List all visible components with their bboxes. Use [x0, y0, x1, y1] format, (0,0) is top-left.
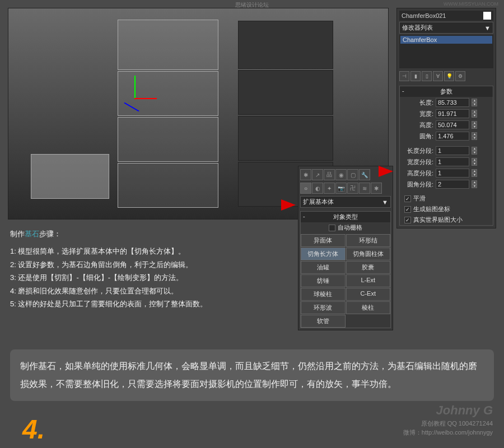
instr-line-3: 3: 还是使用【切割】-【细化】-【绘制变形】的方法。 [10, 271, 290, 284]
autogrid-checkbox[interactable] [329, 225, 335, 231]
spin-up-icon[interactable]: ▴ [472, 99, 477, 102]
instr-line-1: 1: 模型很简单，选择扩展基本体中的【切角长方体】。 [10, 245, 290, 258]
parameters-rollout: 参数 长度:85.733▴▾ 宽度:91.971▴▾ 高度:50.074▴▾ 圆… [399, 86, 493, 226]
instr-line-2: 2: 设置好参数，为基石边角留出倒角，利于之后的编辑。 [10, 258, 290, 271]
lightbulb-icon[interactable]: 💡 [444, 71, 454, 81]
modifier-toolbar: ⊣ ▮ ▯ ∀ 💡 ⚙ [399, 70, 493, 82]
modify-panel: ChamferBox021 修改器列表 ▼ ChamferBox ⊣ ▮ ▯ ∀… [396, 8, 496, 228]
obj-btn-torusknot[interactable]: 环形结 [346, 234, 391, 247]
obj-btn-capsule[interactable]: 胶囊 [346, 261, 391, 274]
author-qq: 原创教程 QQ 1004271244 [403, 419, 493, 428]
obj-btn-chamfercyl[interactable]: 切角圆柱体 [346, 248, 391, 260]
instr-title-post: 步骤： [39, 230, 61, 238]
modifier-item[interactable]: ChamferBox [400, 36, 492, 44]
summary-box: 制作基石，如果单纯的使用标准几何体，会略显单调，而且缺乏细节，仍然沿用之前的方法… [10, 349, 494, 401]
red-arrow-icon [281, 199, 296, 211]
geometry-cat-icon[interactable]: ○ [300, 183, 311, 194]
obj-btn-hose[interactable]: 软管 [301, 315, 346, 328]
instr-title-pre: 制作 [10, 230, 25, 238]
width-segs-spinner[interactable]: 1 [436, 157, 469, 166]
helpers-cat-icon[interactable]: 卍 [347, 183, 358, 194]
obj-btn-spindle[interactable]: 纺锤 [301, 274, 346, 287]
red-arrow-icon [379, 166, 393, 177]
fillet-segs-spinner[interactable]: 2 [436, 180, 469, 189]
instr-title-highlight: 基石 [25, 230, 39, 238]
display-tab-icon[interactable]: ▢ [347, 169, 358, 180]
autogrid-label: 自动栅格 [338, 223, 362, 232]
height-segs-label: 高度分段: [403, 169, 433, 178]
length-spinner[interactable]: 85.733 [436, 98, 469, 107]
fillet-segs-label: 圆角分段: [403, 180, 433, 189]
length-segs-label: 长度分段: [403, 147, 433, 155]
obj-btn-cext[interactable]: C-Ext [346, 288, 391, 301]
lights-cat-icon[interactable]: ✦ [324, 183, 335, 194]
cameras-cat-icon[interactable]: 📷 [335, 183, 347, 194]
rollout-header-params[interactable]: 参数 [400, 86, 493, 97]
length-label: 长度: [403, 99, 433, 107]
object-type-rollout: 对象类型 自动栅格 异面体 环形结 切角长方体 切角圆柱体 油罐 胶囊 纺锤 L… [300, 211, 391, 328]
step-number: 4. [22, 414, 45, 445]
hierarchy-tab-icon[interactable]: 品 [324, 169, 335, 180]
object-type-header[interactable]: 对象类型 [301, 212, 390, 222]
systems-cat-icon[interactable]: ✱ [371, 183, 382, 194]
obj-btn-chamferbox[interactable]: 切角长方体 [301, 248, 346, 260]
make-unique-icon[interactable]: ▯ [422, 71, 432, 81]
height-spinner[interactable]: 50.074 [436, 120, 469, 129]
shapes-cat-icon[interactable]: ◐ [312, 183, 323, 194]
modify-tab-icon[interactable]: ↗ [312, 169, 323, 180]
primitive-category-dropdown[interactable]: 扩展基本体 ▼ [300, 196, 391, 208]
obj-btn-gengon[interactable]: 球棱柱 [301, 288, 346, 301]
height-segs-spinner[interactable]: 1 [436, 169, 469, 178]
real-world-label: 真实世界贴图大小 [413, 216, 463, 224]
create-tab-icon[interactable]: ✱ [300, 169, 311, 180]
summary-text: 制作基石，如果单纯的使用标准几何体，会略显单调，而且缺乏细节，仍然沿用之前的方法… [20, 361, 477, 389]
object-name-field[interactable]: ChamferBox021 [399, 11, 493, 21]
obj-btn-oiltank[interactable]: 油罐 [301, 261, 346, 274]
width-spinner[interactable]: 91.971 [436, 109, 469, 118]
smooth-checkbox[interactable]: ✓ [404, 195, 411, 202]
gen-coords-checkbox[interactable]: ✓ [404, 206, 411, 213]
obj-btn-hedra[interactable]: 异面体 [301, 234, 346, 247]
instructions-block: 制作基石步骤： 1: 模型很简单，选择扩展基本体中的【切角长方体】。 2: 设置… [10, 227, 290, 310]
object-name-text: ChamferBox021 [402, 12, 446, 19]
length-segs-spinner[interactable]: 1 [436, 146, 469, 155]
fillet-label: 圆角: [403, 132, 433, 141]
obj-btn-prism[interactable]: 棱柱 [346, 301, 391, 314]
show-end-result-icon[interactable]: ▮ [410, 71, 421, 81]
instr-line-4: 4: 磨损和旧化效果随意创作，只要位置合理都可以。 [10, 284, 290, 297]
instr-line-5: 5: 这样的好处是只加工了需要细化的表面，控制了整体面数。 [10, 297, 290, 310]
gen-coords-label: 生成贴图坐标 [413, 205, 450, 213]
author-signature: Johnny G 原创教程 QQ 1004271244 微博：http://we… [403, 402, 493, 437]
smooth-label: 平滑 [413, 194, 426, 203]
modifier-stack[interactable]: ChamferBox [399, 35, 493, 68]
pin-stack-icon[interactable]: ⊣ [399, 71, 409, 81]
configure-sets-icon[interactable]: ⚙ [455, 71, 465, 81]
obj-btn-lext[interactable]: L-Ext [346, 274, 391, 287]
utilities-tab-icon[interactable]: 🔧 [359, 169, 370, 180]
height-label: 高度: [403, 121, 433, 129]
create-panel: ✱ ↗ 品 ◉ ▢ 🔧 ○ ◐ ✦ 📷 卍 ≋ ✱ 扩展基本体 ▼ 对象类型 自… [298, 166, 393, 330]
width-label: 宽度: [403, 110, 433, 118]
chevron-down-icon: ▼ [484, 25, 491, 31]
author-name: Johnny G [403, 402, 493, 419]
spacewarps-cat-icon[interactable]: ≋ [359, 183, 370, 194]
remove-modifier-icon[interactable]: ∀ [433, 71, 443, 81]
chevron-down-icon: ▼ [382, 199, 388, 206]
motion-tab-icon[interactable]: ◉ [335, 169, 347, 180]
modifier-list-dropdown[interactable]: 修改器列表 ▼ [399, 22, 493, 34]
author-weibo: 微博：http://weibo.com/johnnygy [403, 428, 493, 437]
spin-down-icon[interactable]: ▾ [472, 102, 477, 106]
fillet-spinner[interactable]: 1.476 [436, 132, 469, 141]
width-segs-label: 宽度分段: [403, 158, 433, 166]
obj-btn-ringwave[interactable]: 环形波 [301, 301, 346, 314]
real-world-checkbox[interactable]: ✓ [404, 217, 411, 223]
object-color-swatch[interactable] [483, 12, 491, 20]
url-watermark: WWW.MISSYUAN.COM [444, 1, 498, 7]
